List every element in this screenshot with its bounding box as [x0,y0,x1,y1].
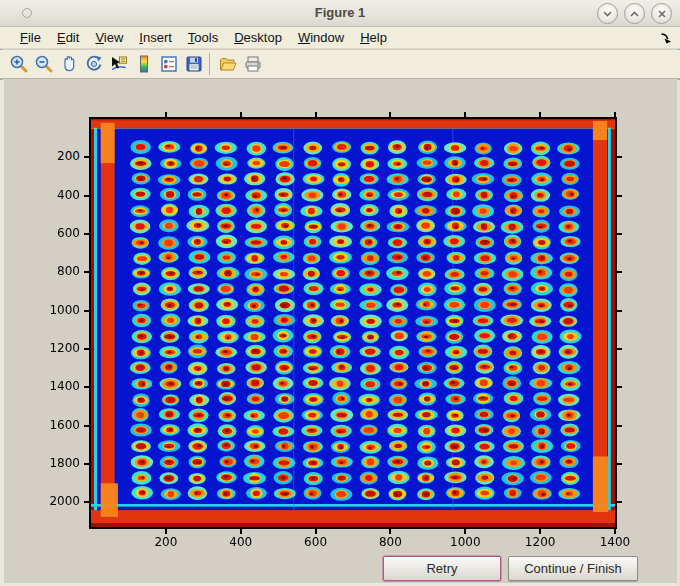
y-tick-right [617,233,622,235]
x-tick-top [165,112,167,117]
y-tick [84,310,89,312]
print-icon[interactable] [240,52,265,76]
y-tick-label: 1400 [34,379,80,393]
y-tick-right [617,348,622,350]
y-tick-label: 200 [34,149,80,163]
x-tick-label: 1400 [593,535,637,549]
colorbar-icon[interactable] [131,52,156,76]
y-tick-label: 1000 [34,303,80,317]
y-tick-right [617,501,622,503]
close-icon [658,10,666,18]
toolbar-separator [209,53,210,75]
x-tick-label: 1000 [443,535,487,549]
y-tick-right [617,310,622,312]
y-tick [84,195,89,197]
menu-item-desktop[interactable]: Desktop [226,28,290,47]
x-tick-top [539,112,541,117]
retry-button[interactable]: Retry [383,556,501,581]
chevron-up-icon [630,11,639,17]
close-button[interactable] [651,3,672,24]
pan-hand-icon[interactable] [56,52,81,76]
y-tick-label: 2000 [34,494,80,508]
titlebar: Figure 1 [0,0,680,27]
x-tick [464,529,466,534]
x-tick-top [315,112,317,117]
x-tick-label: 400 [219,535,263,549]
continue-finish-button[interactable]: Continue / Finish [508,556,638,581]
x-tick-label: 800 [368,535,412,549]
x-tick-label: 1200 [518,535,562,549]
x-tick [315,529,317,534]
y-tick [84,156,89,158]
y-tick [84,386,89,388]
x-tick-label: 200 [144,535,188,549]
menu-overflow-arrow-icon[interactable] [659,31,673,45]
menu-item-window[interactable]: Window [290,28,352,47]
figure-toolbar [0,50,680,79]
save-icon[interactable] [181,52,206,76]
y-tick [84,271,89,273]
window-title: Figure 1 [0,0,680,26]
y-tick-right [617,425,622,427]
minimize-button[interactable] [597,3,618,24]
y-tick-right [617,386,622,388]
y-tick-label: 1600 [34,418,80,432]
y-tick-label: 800 [34,264,80,278]
menu-item-view[interactable]: View [87,28,131,47]
y-tick [84,348,89,350]
y-tick-label: 1800 [34,456,80,470]
rotate-3d-icon[interactable] [81,52,106,76]
y-tick [84,233,89,235]
menu-item-insert[interactable]: Insert [131,28,180,47]
chevron-down-icon [603,11,612,17]
menu-item-edit[interactable]: Edit [49,28,87,47]
menu-item-file[interactable]: File [12,28,49,47]
menu-item-help[interactable]: Help [352,28,395,47]
x-tick [614,529,616,534]
y-tick-right [617,463,622,465]
y-tick-label: 1200 [34,341,80,355]
y-tick-label: 400 [34,188,80,202]
x-tick-label: 600 [294,535,338,549]
window-controls [597,3,672,24]
zoom-in-icon[interactable] [6,52,31,76]
x-tick-top [614,112,616,117]
y-tick-right [617,195,622,197]
x-tick [165,529,167,534]
menu-item-tools[interactable]: Tools [180,28,226,47]
x-tick-top [389,112,391,117]
x-tick-top [240,112,242,117]
y-tick [84,501,89,503]
menubar: File Edit View Insert Tools Desktop Wind… [0,27,680,49]
insert-legend-icon[interactable] [156,52,181,76]
y-tick [84,463,89,465]
figure-window: Figure 1 File Edit View Insert Tools Des… [0,0,680,586]
plot-image[interactable] [91,119,615,527]
y-tick-right [617,156,622,158]
x-tick [389,529,391,534]
open-folder-icon[interactable] [215,52,240,76]
zoom-out-icon[interactable] [31,52,56,76]
y-tick [84,425,89,427]
data-cursor-icon[interactable] [106,52,131,76]
y-tick-label: 600 [34,226,80,240]
x-tick-top [464,112,466,117]
maximize-button[interactable] [624,3,645,24]
x-tick [539,529,541,534]
y-tick-right [617,271,622,273]
x-tick [240,529,242,534]
